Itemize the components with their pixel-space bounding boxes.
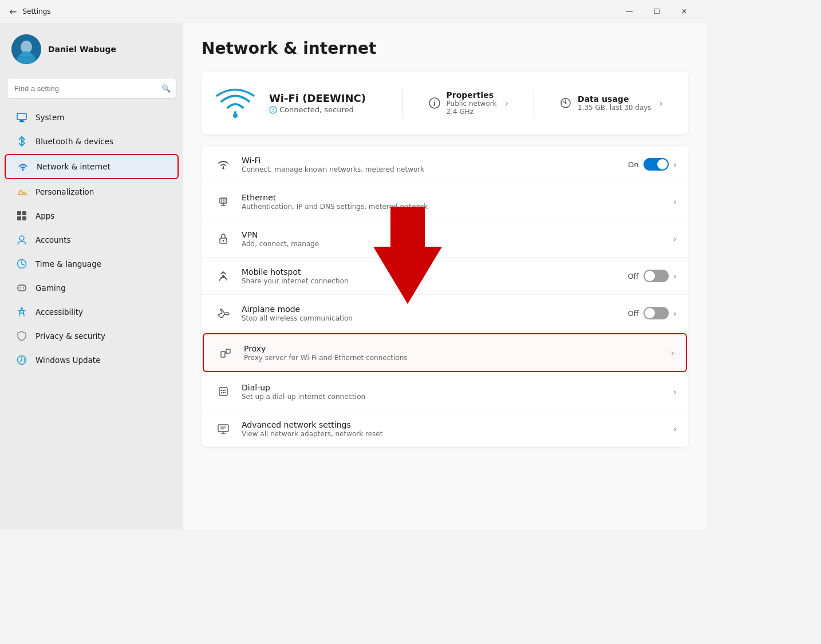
sidebar-item-system[interactable]: System xyxy=(5,106,179,129)
hotspot-item[interactable]: Mobile hotspot Share your internet conne… xyxy=(202,258,688,295)
data-usage-sub: 1.35 GB, last 30 days xyxy=(578,104,652,112)
svg-rect-7 xyxy=(17,211,21,215)
window-controls: — ☐ ✕ xyxy=(616,2,697,21)
hero-divider xyxy=(402,89,403,117)
svg-point-11 xyxy=(19,236,24,240)
svg-rect-9 xyxy=(17,216,21,220)
properties-icon xyxy=(428,97,441,109)
dialup-title: Dial-up xyxy=(242,383,673,392)
svg-point-27 xyxy=(565,102,567,104)
advanced-icon xyxy=(213,418,234,439)
close-button[interactable]: ✕ xyxy=(671,2,697,21)
apps-icon xyxy=(16,210,27,222)
wifi-item[interactable]: Wi-Fi Connect, manage known networks, me… xyxy=(202,146,688,183)
svg-rect-41 xyxy=(219,388,227,396)
proxy-chevron: › xyxy=(671,347,674,358)
ethernet-item-content: Ethernet Authentication, IP and DNS sett… xyxy=(242,193,673,211)
sidebar-item-accessibility[interactable]: Accessibility xyxy=(5,301,179,323)
hero-divider2 xyxy=(534,89,534,117)
properties-chevron: › xyxy=(505,98,508,109)
svg-rect-48 xyxy=(218,425,228,432)
sidebar-label-apps: Apps xyxy=(35,211,54,220)
sidebar-item-gaming[interactable]: Gaming xyxy=(5,276,179,299)
hotspot-toggle-label: Off xyxy=(627,272,638,280)
hero-card: Wi-Fi (DEEWINC) Connected, secured Prope… xyxy=(202,72,688,135)
maximize-button[interactable]: ☐ xyxy=(644,2,670,21)
search-input[interactable] xyxy=(7,78,176,98)
wifi-status: Connected, secured xyxy=(269,105,389,114)
advanced-item[interactable]: Advanced network settings View all netwo… xyxy=(202,410,688,447)
svg-point-45 xyxy=(221,392,222,393)
svg-point-44 xyxy=(224,390,226,391)
sidebar-label-accessibility: Accessibility xyxy=(35,307,83,317)
data-usage-button[interactable]: Data usage 1.35 GB, last 30 days › xyxy=(548,94,674,112)
airplane-toggle[interactable] xyxy=(644,307,669,319)
vpn-content: VPN Add, connect, manage xyxy=(242,230,673,248)
advanced-sub: View all network adapters, network reset xyxy=(242,430,673,438)
advanced-right: › xyxy=(673,424,677,434)
wifi-item-sub: Connect, manage known networks, metered … xyxy=(242,165,628,173)
sidebar-item-privacy[interactable]: Privacy & security xyxy=(5,325,179,347)
proxy-icon xyxy=(215,342,236,363)
properties-button[interactable]: Properties Public network 2.4 GHz › xyxy=(417,90,520,116)
hotspot-chevron: › xyxy=(673,271,677,282)
sidebar-item-time[interactable]: Time & language xyxy=(5,252,179,275)
sidebar-item-update[interactable]: Windows Update xyxy=(5,349,179,372)
proxy-item[interactable]: Proxy Proxy server for Wi-Fi and Etherne… xyxy=(203,333,687,372)
svg-point-1 xyxy=(21,41,32,53)
search-box: 🔍 xyxy=(7,78,176,98)
avatar xyxy=(11,34,41,64)
titlebar: ← Settings — ☐ ✕ xyxy=(0,0,706,23)
gaming-icon xyxy=(16,282,27,294)
sidebar-label-accounts: Accounts xyxy=(35,235,71,244)
svg-rect-4 xyxy=(20,120,23,121)
sidebar-label-personalization: Personalization xyxy=(35,187,94,196)
advanced-title: Advanced network settings xyxy=(242,420,673,429)
vpn-right: › xyxy=(673,234,677,244)
settings-window: ← Settings — ☐ ✕ Daniel Wabuge xyxy=(0,0,706,530)
sidebar-label-update: Windows Update xyxy=(35,355,100,365)
dialup-item[interactable]: Dial-up Set up a dial-up internet connec… xyxy=(202,373,688,410)
proxy-content: Proxy Proxy server for Wi-Fi and Etherne… xyxy=(244,344,671,362)
sidebar-item-personalization[interactable]: Personalization xyxy=(5,180,179,203)
proxy-sub: Proxy server for Wi-Fi and Ethernet conn… xyxy=(244,354,671,362)
airplane-icon xyxy=(213,303,234,323)
sidebar-item-bluetooth[interactable]: Bluetooth & devices xyxy=(5,130,179,153)
svg-rect-39 xyxy=(226,349,230,353)
svg-point-19 xyxy=(233,113,238,118)
svg-point-46 xyxy=(223,392,224,393)
wifi-toggle[interactable] xyxy=(644,158,669,171)
sidebar-item-apps[interactable]: Apps xyxy=(5,204,179,227)
svg-point-47 xyxy=(224,392,226,393)
vpn-icon xyxy=(213,228,234,249)
minimize-button[interactable]: — xyxy=(616,2,642,21)
dialup-chevron: › xyxy=(673,386,677,397)
airplane-toggle-label: Off xyxy=(627,309,638,318)
vpn-item[interactable]: VPN Add, connect, manage › xyxy=(202,220,688,258)
sidebar-label-gaming: Gaming xyxy=(35,283,66,293)
svg-point-22 xyxy=(273,110,274,112)
svg-rect-5 xyxy=(19,121,25,122)
update-icon xyxy=(16,354,27,366)
sidebar-item-network[interactable]: Network & internet xyxy=(5,154,179,179)
svg-rect-38 xyxy=(221,351,225,357)
airplane-item[interactable]: Airplane mode Stop all wireless communic… xyxy=(202,295,688,332)
sidebar: Daniel Wabuge 🔍 System Bluetooth & devic… xyxy=(0,23,183,530)
hotspot-toggle[interactable] xyxy=(644,270,669,282)
hotspot-content: Mobile hotspot Share your internet conne… xyxy=(242,267,627,285)
user-section[interactable]: Daniel Wabuge xyxy=(0,27,183,71)
back-icon[interactable]: ← xyxy=(9,6,17,17)
svg-point-25 xyxy=(434,101,435,102)
properties-sub2: 2.4 GHz xyxy=(447,108,497,116)
dialup-content: Dial-up Set up a dial-up internet connec… xyxy=(242,383,673,401)
properties-label: Properties xyxy=(447,90,497,100)
wifi-name: Wi-Fi (DEEWINC) xyxy=(269,92,389,104)
user-name: Daniel Wabuge xyxy=(48,45,116,54)
sidebar-item-accounts[interactable]: Accounts xyxy=(5,228,179,251)
airplane-title: Airplane mode xyxy=(242,305,627,314)
svg-point-36 xyxy=(223,240,224,242)
page-title: Network & internet xyxy=(202,39,688,58)
time-icon xyxy=(16,258,27,270)
ethernet-item[interactable]: Ethernet Authentication, IP and DNS sett… xyxy=(202,183,688,220)
window-title: Settings xyxy=(22,7,50,15)
